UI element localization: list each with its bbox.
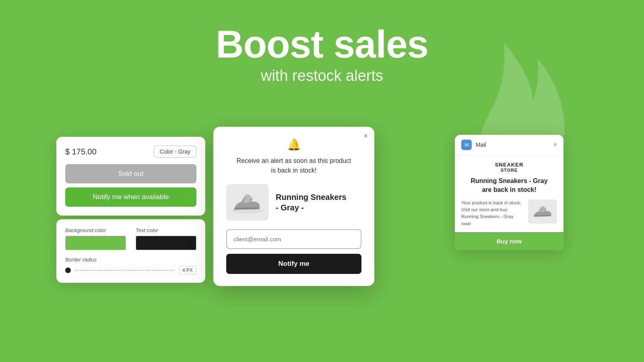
store-name: SNEAKER: [461, 162, 557, 168]
text-color-group: Text color: [136, 227, 196, 250]
email-shoe-illustration: [530, 202, 556, 222]
hero-subtitle: with restock alerts: [216, 67, 428, 84]
product-card-top: $ 175.00 Color - Gray: [65, 146, 196, 158]
border-radius-label: Border radius: [65, 257, 196, 263]
color-settings-row: Background color Text color: [65, 227, 196, 250]
email-close-button[interactable]: ×: [553, 141, 557, 148]
notify-me-button[interactable]: Notify me when available: [65, 187, 196, 207]
email-body-text: Your product is back in stock. Visit our…: [461, 200, 524, 227]
email-product-thumbnail: [528, 200, 557, 224]
text-color-swatch[interactable]: [136, 236, 196, 250]
email-headline: Running Sneakers - Grayare back in stock…: [461, 177, 557, 195]
product-image: [226, 184, 268, 220]
product-price: $ 175.00: [65, 147, 97, 156]
product-card: $ 175.00 Color - Gray Sold out Notify me…: [56, 137, 205, 216]
modal-close-button[interactable]: ×: [363, 132, 368, 140]
settings-card: Background color Text color Border radiu…: [56, 219, 205, 283]
email-card-header: ✉ Mail ×: [455, 135, 564, 155]
slider-track[interactable]: [75, 270, 175, 271]
shoe-illustration: [228, 188, 266, 216]
bg-color-label: Background color: [65, 227, 126, 233]
mail-icon-badge: ✉: [461, 140, 472, 150]
modal-product-name: Running Sneakers- Gray -: [276, 192, 347, 213]
border-radius-slider-row: 4 PX: [65, 266, 196, 275]
email-header-title: Mail: [476, 142, 486, 148]
notify-button[interactable]: Notify me: [226, 254, 361, 274]
text-color-label: Text color: [136, 227, 196, 233]
border-radius-group: Border radius 4 PX: [65, 257, 196, 275]
hero-section: Boost sales with restock alerts: [216, 24, 428, 84]
email-input[interactable]: [226, 229, 361, 249]
email-card-body: SNEAKER STORE Running Sneakers - Grayare…: [455, 155, 564, 250]
border-radius-value: 4 PX: [179, 266, 196, 275]
slider-thumb[interactable]: [65, 267, 71, 273]
product-color-tag: Color - Gray: [154, 146, 196, 158]
bell-icon: 🔔: [226, 138, 361, 151]
modal-product-row: Running Sneakers- Gray -: [226, 184, 361, 220]
bg-color-swatch[interactable]: [65, 236, 126, 250]
store-sub: STORE: [461, 168, 557, 173]
notify-modal: × 🔔 Receive an alert as soon as this pro…: [213, 127, 374, 286]
modal-headline: Receive an alert as soon as this product…: [226, 156, 361, 175]
sold-out-button: Sold out: [65, 164, 196, 183]
bg-color-group: Background color: [65, 227, 126, 250]
email-content-row: Your product is back in stock. Visit our…: [461, 200, 557, 232]
hero-title: Boost sales: [216, 24, 428, 65]
email-notification-card: ✉ Mail × SNEAKER STORE Running Sneakers …: [455, 135, 564, 250]
buy-now-button[interactable]: Buy now: [455, 232, 564, 250]
